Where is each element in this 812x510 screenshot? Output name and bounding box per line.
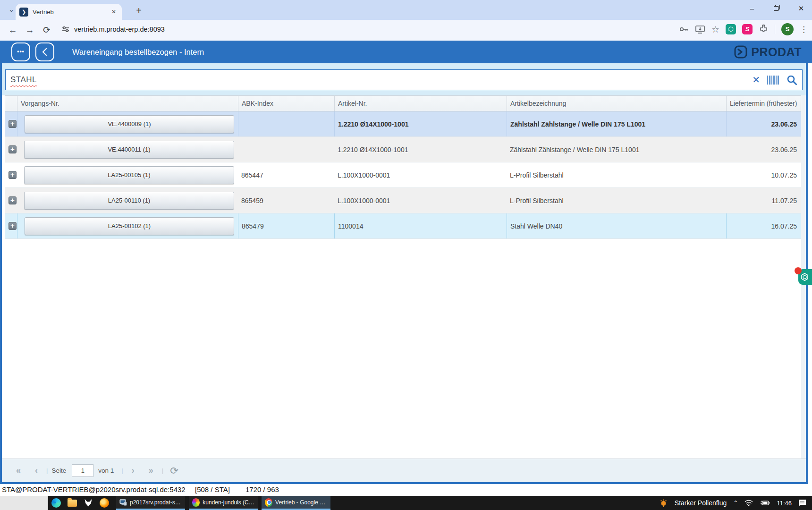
browser-tab-strip: ⌄ ❯ Vertrieb ✕ + – ✕: [0, 0, 812, 20]
app-menu-button[interactable]: •••: [11, 42, 30, 61]
expand-row-icon[interactable]: +: [8, 145, 17, 153]
search-input[interactable]: STAHL ✕: [5, 69, 803, 90]
taskbar-app-label: kunden-junduls (Cha...: [203, 499, 254, 506]
extension-teal-icon[interactable]: ⬡: [726, 24, 736, 34]
table-row[interactable]: + LA25-00110 (1) 865459 L.100X1000-0001 …: [5, 188, 801, 213]
vorgang-button[interactable]: VE.4400011 (1): [24, 141, 234, 159]
cell-artikel: L.100X1000-0001: [334, 162, 507, 187]
pager-divider: |: [121, 467, 123, 474]
weather-status-text[interactable]: Starker Pollenflug: [675, 499, 727, 507]
minimize-button[interactable]: –: [745, 2, 759, 15]
chevron-left-icon: [42, 48, 48, 56]
cell-abk: 865447: [238, 162, 334, 187]
column-header-vorgang[interactable]: Vorgangs-Nr.: [17, 96, 238, 111]
tab-close-icon[interactable]: ✕: [110, 8, 118, 16]
pager-divider: |: [46, 467, 48, 474]
vorgang-button[interactable]: LA25-00102 (1): [25, 217, 234, 235]
menu-dots-icon: •••: [17, 48, 25, 55]
expand-row-icon[interactable]: +: [8, 222, 17, 230]
status-bar: STA@PRODAT-VERTRIEB@p2020srv.prodat-sql.…: [0, 484, 812, 496]
clock[interactable]: 11:46: [777, 500, 792, 507]
site-info-icon[interactable]: [59, 23, 73, 37]
column-header-artikel[interactable]: Artikel-Nr.: [335, 96, 507, 111]
install-app-icon[interactable]: [695, 24, 705, 34]
forward-icon[interactable]: →: [23, 23, 37, 37]
table-row[interactable]: + LA25-00105 (1) 865447 L.100X1000-0001 …: [5, 162, 801, 188]
notification-center-icon[interactable]: [798, 499, 806, 507]
tray-expand-icon[interactable]: ⌃: [733, 500, 738, 506]
cell-termin: 23.06.25: [726, 137, 801, 162]
app-header: ••• Wareneingang bestellbezogen - Intern…: [0, 41, 812, 63]
bookmark-star-icon[interactable]: ☆: [711, 24, 719, 35]
battery-icon[interactable]: [760, 500, 770, 506]
extension-pink-icon[interactable]: S: [742, 24, 753, 34]
wifi-icon[interactable]: [744, 500, 753, 506]
browser-tab[interactable]: ❯ Vertrieb ✕: [16, 4, 122, 20]
reload-icon[interactable]: ⟳: [40, 23, 54, 37]
search-icon[interactable]: [787, 75, 797, 85]
url-bar[interactable]: vertrieb.m.prodat-erp.de:8093: [74, 26, 165, 33]
cell-bezeichnung: Zählstahl Zählstange / Welle DIN 175 L10…: [507, 137, 726, 162]
column-header-abk[interactable]: ABK-Index: [238, 96, 335, 111]
column-header-bezeichnung[interactable]: Artikelbezeichnung: [507, 96, 727, 111]
browser-toolbar: ← → ⟳ vertrieb.m.prodat-erp.de:8093 ☆ ⬡ …: [0, 20, 812, 41]
cell-termin: 23.06.25: [726, 111, 801, 136]
window-controls: – ✕: [745, 2, 808, 15]
new-tab-button[interactable]: +: [132, 4, 145, 17]
cell-artikel: 1.2210 Ø14X1000-1001: [334, 111, 507, 136]
restore-icon: [774, 5, 780, 11]
search-value: STAHL: [10, 75, 37, 85]
refresh-icon[interactable]: ⟳: [170, 465, 178, 476]
firefox-icon[interactable]: [96, 496, 112, 510]
edge-icon[interactable]: [48, 496, 64, 510]
page-number-input[interactable]: [72, 464, 93, 477]
next-page-icon[interactable]: ›: [127, 466, 139, 476]
vorgang-button[interactable]: LA25-00110 (1): [24, 192, 234, 210]
tab-title: Vertrieb: [33, 8, 110, 16]
password-key-icon[interactable]: [678, 24, 689, 34]
profile-avatar[interactable]: S: [781, 23, 794, 35]
pollen-icon: [659, 499, 668, 508]
system-tray: Starker Pollenflug ⌃ 11:46: [659, 499, 812, 508]
brand-name: PRODAT: [751, 45, 802, 59]
wolf-app-icon[interactable]: [80, 496, 96, 510]
close-window-button[interactable]: ✕: [794, 2, 808, 15]
taskbar-app-rdp[interactable]: p2017srv.prodat-sql.d...: [116, 496, 185, 510]
search-section: STAHL ✕: [2, 63, 806, 95]
vorgang-button[interactable]: VE.4400009 (1): [25, 115, 234, 133]
taskbar-search-box[interactable]: [0, 496, 48, 510]
expand-row-icon[interactable]: +: [8, 171, 17, 179]
table-row[interactable]: + LA25-00102 (1) 865479 1100014 Stahl We…: [5, 213, 801, 239]
taskbar-app-chat[interactable]: kunden-junduls (Cha...: [189, 496, 258, 510]
taskbar-app-chrome[interactable]: Vertrieb - Google Chr...: [262, 496, 330, 510]
page-title: Wareneingang bestellbezogen - Intern: [72, 48, 204, 57]
browser-menu-icon[interactable]: ⋮: [800, 25, 807, 34]
expand-row-icon[interactable]: +: [8, 196, 17, 204]
extensions-puzzle-icon[interactable]: [759, 25, 769, 34]
toolbar-divider: [775, 25, 775, 34]
page-label: Seite: [52, 467, 67, 474]
cell-termin: 11.07.25: [726, 188, 801, 213]
expand-row-icon[interactable]: +: [8, 120, 17, 128]
windows-taskbar: p2017srv.prodat-sql.d... kunden-junduls …: [0, 496, 812, 510]
vorgang-button[interactable]: LA25-00105 (1): [24, 166, 234, 184]
table-row[interactable]: + VE.4400011 (1) 1.2210 Ø14X1000-1001 Zä…: [5, 137, 801, 162]
back-icon[interactable]: ←: [6, 23, 20, 37]
restore-button[interactable]: [770, 2, 784, 15]
prodat-brand: PRODAT: [733, 45, 802, 59]
hexagon-icon: [801, 273, 809, 281]
prev-page-icon[interactable]: ‹: [30, 466, 42, 476]
cell-artikel: L.100X1000-0001: [334, 188, 507, 213]
clear-search-icon[interactable]: ✕: [752, 74, 760, 85]
file-explorer-icon[interactable]: [64, 496, 80, 510]
orders-table: Vorgangs-Nr. ABK-Index Artikel-Nr. Artik…: [5, 95, 801, 239]
app-back-button[interactable]: [35, 42, 54, 61]
status-session: [508 / STA]: [195, 485, 230, 493]
app-content-frame: STAHL ✕ Vorgangs-Nr. ABK-Index Artikel-N…: [0, 63, 808, 484]
table-row[interactable]: + VE.4400009 (1) 1.2210 Ø14X1000-1001 Zä…: [5, 111, 801, 137]
column-header-termin[interactable]: Liefertermin (frühester): [727, 96, 801, 111]
prodat-logo-icon: [733, 45, 748, 59]
last-page-icon[interactable]: »: [145, 466, 157, 476]
first-page-icon[interactable]: «: [12, 466, 25, 476]
barcode-scan-icon[interactable]: [767, 76, 779, 85]
